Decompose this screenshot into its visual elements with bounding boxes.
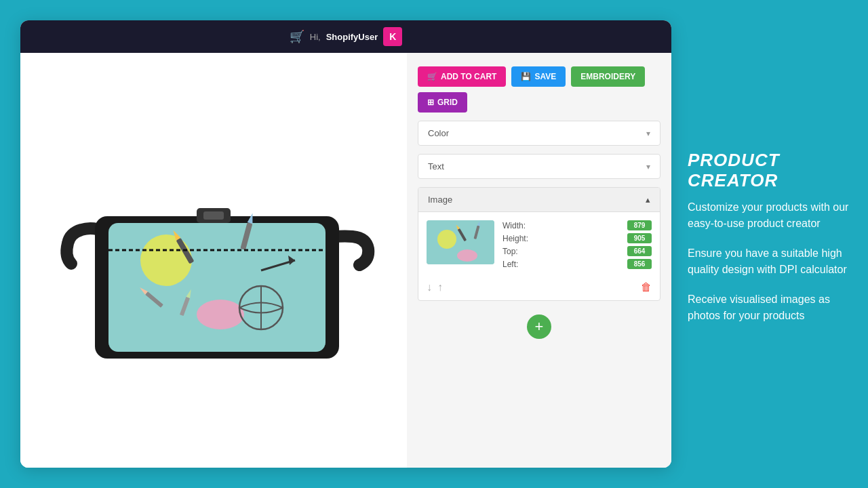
top-label: Top: [502, 247, 518, 256]
add-to-cart-label: ADD TO CART [441, 72, 496, 81]
description-block-3: Receive visualised images as photos for … [688, 291, 852, 324]
width-label: Width: [502, 221, 526, 230]
description-text-1: Customize your products with our easy-to… [688, 199, 852, 232]
hi-label: Hi, [310, 32, 321, 42]
cart-icon: 🛒 [290, 29, 304, 44]
svg-point-21 [457, 249, 477, 262]
color-dropdown[interactable]: Color ▾ [418, 121, 660, 146]
right-panel: PRODUCT CREATOR Customize your products … [671, 130, 868, 358]
move-down-button[interactable]: ↓ [427, 281, 432, 293]
width-value: 879 [627, 220, 652, 230]
text-chevron-icon: ▾ [646, 162, 650, 171]
image-item: Width: 879 Height: 905 Top: 664 Left: [418, 212, 660, 277]
bag-image [51, 135, 376, 386]
image-section-label: Image [428, 195, 452, 205]
stat-height: Height: 905 [502, 233, 652, 243]
grid-button[interactable]: ⊞ GRID [418, 92, 467, 113]
app-header: 🛒 Hi, ShopifyUser K [20, 20, 671, 53]
color-dropdown-label: Color [428, 128, 449, 138]
height-label: Height: [502, 234, 528, 243]
svg-point-3 [197, 300, 244, 329]
svg-point-2 [140, 235, 192, 286]
description-text-2: Ensure you have a suitable high quality … [688, 245, 852, 278]
save-btn-icon: 💾 [521, 72, 531, 81]
svg-point-20 [437, 230, 456, 249]
stat-width: Width: 879 [502, 220, 652, 230]
delete-image-button[interactable]: 🗑 [641, 281, 652, 293]
left-value: 856 [627, 259, 652, 269]
move-up-button[interactable]: ↑ [437, 281, 443, 293]
image-stats: Width: 879 Height: 905 Top: 664 Left: [502, 220, 652, 269]
app-body: 🛒 ADD TO CART 💾 SAVE EMBROIDERY ⊞ GRID C… [20, 53, 671, 468]
avatar[interactable]: K [383, 27, 402, 46]
cart-btn-icon: 🛒 [427, 72, 437, 81]
product-creator-title: PRODUCT CREATOR [688, 150, 852, 191]
add-image-button[interactable]: + [527, 314, 551, 339]
description-block-1: Customize your products with our easy-to… [688, 199, 852, 232]
text-dropdown-label: Text [428, 161, 444, 171]
image-section-chevron-icon: ▴ [646, 195, 650, 205]
embroidery-button[interactable]: EMBROIDERY [571, 66, 645, 87]
top-value: 664 [627, 246, 652, 256]
image-section: Image ▴ [418, 187, 660, 301]
action-buttons: 🛒 ADD TO CART 💾 SAVE EMBROIDERY ⊞ GRID [418, 66, 660, 113]
app-window: 🛒 Hi, ShopifyUser K [20, 20, 671, 468]
add-to-cart-button[interactable]: 🛒 ADD TO CART [418, 66, 506, 87]
image-section-header[interactable]: Image ▴ [418, 188, 660, 212]
embroidery-label: EMBROIDERY [580, 72, 635, 81]
grid-label: GRID [437, 98, 458, 107]
stat-top: Top: 664 [502, 246, 652, 256]
add-button-row: + [418, 309, 660, 344]
username-label: ShopifyUser [326, 32, 378, 42]
description-block-2: Ensure you have a suitable high quality … [688, 245, 852, 278]
stat-left: Left: 856 [502, 259, 652, 269]
controls-panel: 🛒 ADD TO CART 💾 SAVE EMBROIDERY ⊞ GRID C… [407, 53, 671, 468]
image-actions: ↓ ↑ 🗑 [418, 277, 660, 300]
save-label: SAVE [534, 72, 556, 81]
save-button[interactable]: 💾 SAVE [511, 66, 566, 87]
description-text-3: Receive visualised images as photos for … [688, 291, 852, 324]
color-chevron-icon: ▾ [646, 129, 650, 138]
image-thumbnail [427, 220, 494, 264]
svg-rect-18 [203, 211, 224, 220]
reorder-buttons: ↓ ↑ [427, 281, 443, 293]
bag-container [51, 135, 376, 386]
grid-btn-icon: ⊞ [427, 98, 434, 107]
height-value: 905 [627, 233, 652, 243]
left-label: Left: [502, 260, 518, 269]
svg-rect-1 [108, 223, 326, 352]
text-dropdown[interactable]: Text ▾ [418, 154, 660, 179]
product-preview [20, 53, 407, 468]
